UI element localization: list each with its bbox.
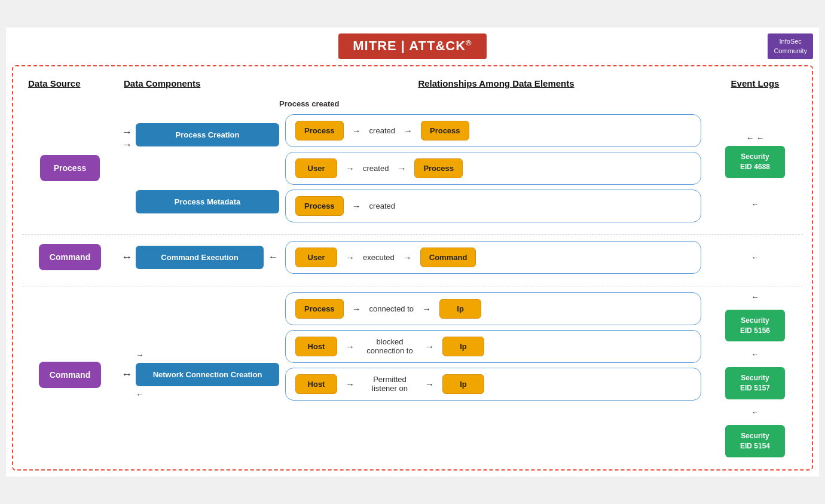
- rel-group-ucp: User → created → Process: [285, 152, 701, 185]
- col-header-event-logs: Event Logs: [707, 78, 803, 88]
- rel-group-pcp: Process → created → Process: [285, 114, 701, 147]
- col-header-relationships: Relationships Among Data Elements: [285, 78, 707, 88]
- arrow-pci-1: →: [352, 304, 361, 314]
- infosec-badge: InfoSec Community: [768, 33, 813, 59]
- rel-text-pcp: created: [369, 126, 395, 135]
- rel-text-ucp: created: [363, 164, 389, 173]
- arrow-uce-1: →: [346, 252, 355, 262]
- el-col-command2: ← SecurityEID 5156 ← SecurityEID 5157 ← …: [707, 292, 803, 457]
- process-section: Process → → Process Creation ← Process M…: [22, 114, 803, 222]
- entity-user-1: User: [295, 158, 337, 178]
- ds-col-process: Process: [22, 114, 118, 222]
- entity-ip-2: Ip: [442, 337, 484, 356]
- rel-group-hpi: Host → Permitted listener on → Ip: [285, 368, 701, 401]
- arrow-hbi-2: →: [425, 341, 434, 352]
- rel-group-hbi: Host → blocked connection to → Ip: [285, 330, 701, 363]
- entity-user-2: User: [295, 248, 337, 267]
- rel-col-command1: User → executed → Command: [279, 241, 707, 274]
- entity-command-1: Command: [420, 248, 476, 267]
- mitre-logo: MITRE | ATT&CK®: [338, 33, 486, 59]
- event-badge-5156: SecurityEID 5156: [725, 310, 785, 342]
- entity-process-3: Process: [414, 158, 463, 178]
- arrow-ucp-1: →: [346, 163, 355, 173]
- event-badge-5157: SecurityEID 5157: [725, 367, 785, 399]
- component-box-process-metadata: Process Metadata: [136, 190, 279, 213]
- el-col-process: ← ← SecurityEID 4688 ←: [707, 114, 803, 222]
- arrow-ucp-2: →: [397, 163, 406, 173]
- rel-col-process: Process → created → Process User → creat…: [279, 114, 707, 222]
- arrow-pcp-2: →: [404, 126, 412, 136]
- rel-group-pci: Process → connected to → Ip: [285, 292, 701, 325]
- ds-col-command1: Command: [22, 244, 118, 270]
- dc-col-process: Process Creation ← Process Metadata ←: [136, 114, 279, 222]
- arrow-hpi-1: →: [346, 379, 355, 389]
- diagram-container: Data Source Data Components Relationship…: [12, 65, 813, 471]
- entity-ip-1: Ip: [439, 299, 481, 319]
- command1-section: Command ↔ Command Execution ← User → exe…: [22, 241, 803, 274]
- col-header-data-source: Data Source: [28, 78, 124, 88]
- entity-process-2: Process: [421, 121, 469, 140]
- entity-host-1: Host: [295, 337, 337, 356]
- source-box-command2: Command: [39, 362, 101, 388]
- arrow-hpi-2: →: [425, 379, 434, 389]
- event-badge-5154: SecurityEID 5154: [725, 425, 785, 457]
- entity-ip-3: Ip: [442, 374, 484, 394]
- entity-process-1: Process: [295, 121, 344, 140]
- rel-group-pc: Process → created: [285, 190, 701, 222]
- event-badge-4688: SecurityEID 4688: [725, 146, 785, 178]
- rel-col-command2: Process → connected to → Ip Host → block…: [279, 292, 707, 457]
- col-headers: Data Source Data Components Relationship…: [22, 78, 803, 88]
- separator-2: [22, 286, 803, 286]
- entity-process-4: Process: [295, 196, 344, 216]
- arrow-uce-2: →: [403, 252, 412, 262]
- col-header-data-components: Data Components: [124, 78, 285, 88]
- dc-col-command2: → Network Connection Creation ←: [136, 292, 279, 457]
- command2-section: Command ↔ → Network Connection Creation …: [22, 292, 803, 457]
- mitre-header: MITRE | ATT&CK® InfoSec Community: [12, 33, 813, 59]
- source-box-command1: Command: [39, 244, 101, 270]
- rel-text-uce: executed: [363, 253, 395, 262]
- rel-text-pc: created: [369, 201, 395, 210]
- component-box-process-creation: Process Creation: [136, 123, 279, 146]
- separator-1: [22, 234, 803, 235]
- dc-col-command1: Command Execution ←: [136, 246, 279, 269]
- component-box-command-execution: Command Execution: [136, 246, 264, 269]
- component-box-network-connection: Network Connection Creation: [136, 363, 279, 386]
- arrow-hbi-1: →: [346, 341, 355, 352]
- arrow-pcp-1: →: [352, 126, 361, 136]
- arrow-pc-1: →: [352, 201, 361, 211]
- ds-col-command2: Command: [22, 292, 118, 457]
- rel-group-uce: User → executed → Command: [285, 241, 701, 274]
- arrow-ce-rel: ←: [268, 252, 278, 262]
- arrow-pci-2: →: [422, 304, 431, 314]
- rel-text-hbi: blocked connection to: [363, 337, 417, 355]
- rel-text-pci: connected to: [369, 304, 414, 313]
- source-box-process: Process: [40, 155, 100, 181]
- entity-process-5: Process: [295, 299, 344, 319]
- outer-wrapper: MITRE | ATT&CK® InfoSec Community Data S…: [6, 28, 819, 476]
- process-created-label: Process created: [279, 99, 339, 108]
- entity-host-2: Host: [295, 374, 337, 394]
- rel-text-hpi: Permitted listener on: [363, 375, 417, 393]
- el-col-command1: ←: [707, 253, 803, 262]
